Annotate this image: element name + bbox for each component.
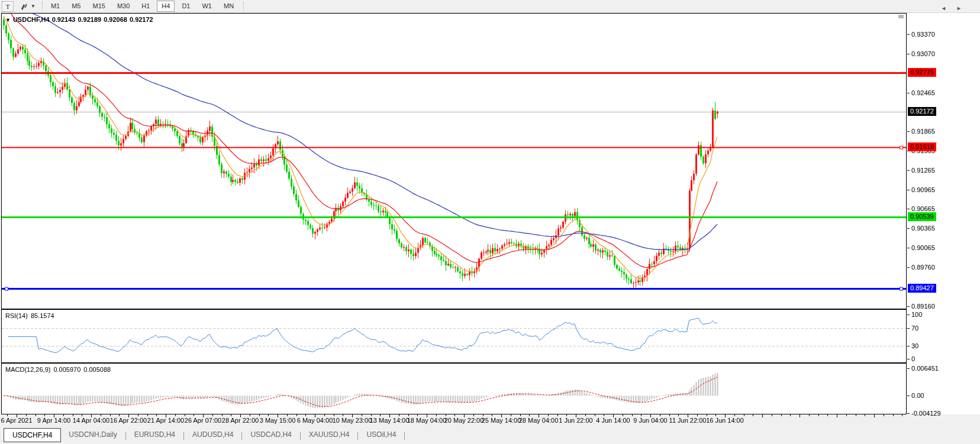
time-axis-label: 18 May 04:00 bbox=[407, 417, 447, 424]
time-axis-label: 10 May 23:00 bbox=[333, 417, 372, 424]
time-axis-label: 20 May 22:00 bbox=[444, 417, 484, 424]
axis-tick-mark bbox=[907, 359, 910, 359]
support-line-price-badge: 0.89427 bbox=[908, 284, 936, 293]
rsi-tick-label: 30 bbox=[911, 342, 918, 350]
chart-ohlc-header: ▼USDCHF,H40.921430.921890.920680.92172 bbox=[5, 16, 156, 23]
time-axis-label: 21 Apr 14:00 bbox=[147, 417, 184, 424]
time-axis-label: 16 Apr 22:00 bbox=[110, 417, 147, 424]
axis-tick-mark bbox=[907, 93, 910, 93]
price-tick-label: 0.90065 bbox=[911, 244, 935, 252]
toolbar: T ▼ M1M5M15M30H1H4D1W1MN bbox=[0, 0, 980, 13]
chart-tab-usdcad[interactable]: USDCAD,H4 bbox=[243, 429, 299, 440]
price-tick-label: 0.90365 bbox=[911, 225, 935, 232]
rsi-indicator-pane[interactable]: RSI(14)85.1574 bbox=[1, 309, 907, 363]
axis-tick-mark bbox=[907, 328, 910, 329]
price-tick-label: 0.92465 bbox=[911, 89, 935, 97]
rsi-value: 85.1574 bbox=[31, 312, 54, 319]
price-axis[interactable]: 0.933700.930700.924650.918650.915650.912… bbox=[907, 13, 980, 414]
tab-separator bbox=[241, 432, 242, 440]
rsi-canvas[interactable] bbox=[2, 310, 906, 362]
time-axis-label: 14 Apr 04:00 bbox=[73, 417, 109, 424]
axis-tick-mark bbox=[907, 170, 910, 171]
chart-tab-usdchf[interactable]: USDCHF,H4 bbox=[4, 428, 61, 442]
resistance-line-price-badge: 0.91618 bbox=[908, 142, 936, 151]
axis-tick-mark bbox=[907, 54, 910, 54]
toolbar-separator bbox=[42, 2, 43, 11]
rsi-tick-label: 0 bbox=[911, 355, 915, 363]
axis-tick-mark bbox=[907, 209, 910, 209]
ohlc-close: 0.92172 bbox=[130, 16, 153, 23]
price-tick-label: 0.91265 bbox=[911, 167, 935, 174]
macd-header: MACD(12,26,9)0.0059700.005088 bbox=[5, 366, 114, 373]
axis-tick-mark bbox=[907, 396, 910, 396]
time-axis-label: 6 Apr 2021 bbox=[1, 417, 32, 424]
axis-tick-mark bbox=[907, 248, 910, 248]
chart-tab-xauusd[interactable]: XAUUSD,H4 bbox=[301, 429, 357, 440]
chart-tab-usoil[interactable]: USOil,H4 bbox=[359, 429, 404, 440]
objects-tool-icon bbox=[20, 2, 29, 10]
macd-label: MACD(12,26,9) bbox=[5, 366, 50, 373]
text-tool-button[interactable]: T bbox=[2, 1, 14, 12]
timeframe-button-w1[interactable]: W1 bbox=[197, 1, 217, 12]
price-tick-label: 0.91865 bbox=[911, 128, 935, 135]
current-price-badge: 0.92172 bbox=[908, 107, 936, 116]
chart-tab-usdcnh[interactable]: USDCNH,Daily bbox=[61, 429, 124, 440]
price-tick-label: 0.89760 bbox=[911, 264, 935, 271]
axis-tick-mark bbox=[907, 346, 910, 346]
timeframe-button-h4[interactable]: H4 bbox=[157, 1, 175, 12]
chart-tab-eurusd[interactable]: EURUSD,H4 bbox=[127, 429, 183, 440]
macd-signal-value: 0.005088 bbox=[83, 366, 111, 373]
time-axis-label: 28 Apr 22:00 bbox=[222, 417, 259, 424]
price-chart-pane[interactable]: ▼USDCHF,H40.921430.921890.920680.92172 bbox=[1, 13, 907, 309]
timeframe-button-m15[interactable]: M15 bbox=[88, 1, 109, 12]
time-axis-label: 1 Jun 22:00 bbox=[559, 417, 593, 424]
tabs-scroll-right-icon[interactable]: ► bbox=[956, 5, 962, 11]
time-axis[interactable]: 6 Apr 20219 Apr 14:0014 Apr 04:0016 Apr … bbox=[1, 414, 907, 427]
axis-tick-mark bbox=[907, 34, 910, 35]
price-tick-label: 0.90965 bbox=[911, 186, 935, 194]
axis-tick-mark bbox=[907, 315, 910, 315]
tab-separator bbox=[300, 432, 301, 440]
macd-indicator-pane[interactable]: MACD(12,26,9)0.0059700.005088 bbox=[1, 363, 907, 414]
tabs-scroll-left-icon[interactable]: ◄ bbox=[941, 5, 946, 11]
trading-terminal: { "toolbar": { "tool_button": "T", "time… bbox=[0, 0, 980, 444]
price-tick-label: 0.89160 bbox=[911, 303, 935, 310]
chevron-down-icon: ▼ bbox=[31, 4, 36, 9]
price-chart-canvas[interactable] bbox=[2, 14, 906, 309]
time-axis-label: 16 Jun 14:00 bbox=[706, 417, 744, 424]
macd-tick-label: 0.006451 bbox=[911, 365, 939, 372]
timeframe-button-h1[interactable]: H1 bbox=[137, 1, 154, 12]
tab-separator bbox=[357, 432, 358, 440]
axis-tick-mark bbox=[907, 131, 910, 132]
axis-tick-mark bbox=[907, 228, 910, 229]
time-axis-label: 4 Jun 14:00 bbox=[596, 417, 630, 424]
time-axis-label: 26 Apr 07:00 bbox=[185, 417, 221, 424]
axis-tick-mark bbox=[907, 306, 910, 307]
rsi-tick-label: 70 bbox=[911, 325, 918, 332]
timeframe-button-m30[interactable]: M30 bbox=[112, 1, 134, 12]
macd-tick-label: 0.00 bbox=[911, 392, 924, 400]
chart-tab-audusd[interactable]: AUDUSD,H4 bbox=[185, 429, 241, 440]
symbol-dropdown-icon[interactable]: ▼ bbox=[5, 17, 11, 23]
price-tick-label: 0.93070 bbox=[911, 50, 935, 58]
macd-tick-label: -0.004129 bbox=[911, 410, 941, 417]
rsi-label: RSI(14) bbox=[5, 312, 28, 319]
timeframe-button-m5[interactable]: M5 bbox=[67, 1, 85, 12]
timeframe-button-d1[interactable]: D1 bbox=[177, 1, 195, 12]
symbol-period-label: USDCHF,H4 bbox=[13, 16, 50, 23]
timeframe-button-m1[interactable]: M1 bbox=[46, 1, 65, 12]
macd-canvas[interactable] bbox=[2, 364, 906, 414]
tab-separator bbox=[125, 432, 126, 440]
rsi-header: RSI(14)85.1574 bbox=[5, 312, 57, 319]
time-axis-label: 9 Jun 04:00 bbox=[633, 417, 668, 424]
rsi-tick-label: 100 bbox=[911, 311, 922, 319]
timeframe-group: M1M5M15M30H1H4D1W1MN bbox=[46, 1, 238, 12]
support-line-price-badge: 0.90539 bbox=[908, 212, 936, 221]
macd-main-value: 0.005970 bbox=[53, 366, 80, 373]
timeframe-button-mn[interactable]: MN bbox=[219, 1, 238, 12]
price-tick-label: 0.93370 bbox=[911, 31, 935, 38]
tab-separator bbox=[183, 432, 184, 440]
objects-tool-button[interactable]: ▼ bbox=[18, 2, 37, 11]
tab-separator bbox=[404, 432, 405, 440]
time-axis-label: 6 May 04:00 bbox=[297, 417, 333, 424]
